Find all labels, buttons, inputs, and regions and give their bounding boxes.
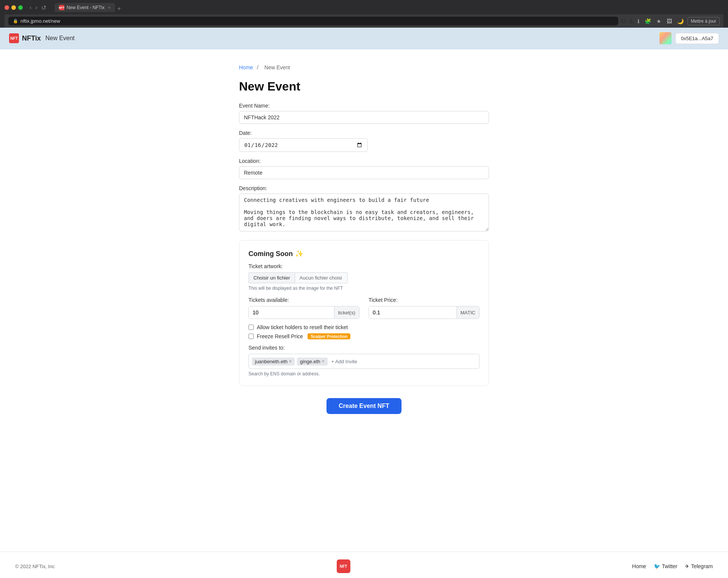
header-right: 0x5E1a...A5a7: [659, 32, 719, 44]
tab-favicon: NFT: [59, 5, 64, 10]
freeze-resell-checkbox[interactable]: [248, 334, 254, 339]
warning-icon: ⚠: [629, 18, 634, 24]
mettre-jour-btn[interactable]: Mettre à jour: [687, 17, 720, 25]
date-label: Date:: [239, 130, 489, 136]
ticket-count-suffix: ticket(s): [334, 306, 359, 319]
location-input[interactable]: [239, 166, 489, 179]
coming-soon-card: Coming Soon ✨ Ticket artwork: Choisir un…: [239, 240, 489, 386]
maximize-window-btn[interactable]: [18, 5, 23, 10]
sparkle-icon: ✨: [295, 250, 303, 258]
footer-telegram-link[interactable]: ✈ Telegram: [685, 563, 713, 569]
close-window-btn[interactable]: [5, 5, 9, 10]
browser-toolbar: 🔒 nftix.jpmo.net/new 🛡 ⚠ ℹ 🧩 ★ 🖼 🌙 Mettr…: [5, 14, 723, 28]
footer-twitter-link[interactable]: 🐦 Twitter: [654, 563, 677, 569]
create-event-nft-btn[interactable]: Create Event NFT: [327, 398, 401, 414]
breadcrumb-separator: /: [257, 64, 258, 70]
ticket-price-suffix: MATIC: [456, 306, 479, 319]
extensions-btn[interactable]: 🧩: [643, 17, 653, 25]
invite-tag-1: ginge.eth ×: [297, 358, 328, 366]
darkmode-btn[interactable]: 🌙: [676, 17, 685, 25]
date-group: Date:: [239, 130, 489, 152]
event-name-group: Event Name:: [239, 103, 489, 124]
address-url: nftix.jpmo.net/new: [20, 18, 60, 24]
allow-resell-row: Allow ticket holders to resell their tic…: [248, 324, 480, 330]
tab-bar: NFT New Event - NFTix × +: [55, 3, 723, 12]
new-tab-btn[interactable]: +: [117, 5, 121, 12]
location-label: Location:: [239, 158, 489, 164]
address-bar[interactable]: 🔒 nftix.jpmo.net/new: [8, 17, 618, 25]
ticket-price-input[interactable]: [369, 306, 456, 319]
footer-twitter-label: Twitter: [662, 563, 677, 569]
breadcrumb-current: New Event: [264, 64, 290, 70]
freeze-resell-label: Freeze Resell Price: [257, 333, 303, 339]
tickets-available-label: Tickets available:: [248, 297, 359, 303]
freeze-resell-row: Freeze Resell Price Scalper Protection: [248, 333, 480, 339]
shield-icon: 🛡: [621, 18, 626, 24]
scalper-protection-badge: Scalper Protection: [308, 333, 350, 339]
back-btn[interactable]: ‹: [29, 4, 32, 11]
breadcrumb-home-link[interactable]: Home: [239, 64, 253, 70]
browser-titlebar: ‹ › ↺ NFT New Event - NFTix × +: [5, 3, 723, 14]
send-invites-label: Send invites to:: [248, 345, 480, 351]
description-textarea[interactable]: Connecting creatives with engineers to b…: [239, 194, 489, 231]
ticket-count-input[interactable]: [249, 306, 334, 319]
forward-btn[interactable]: ›: [34, 4, 38, 11]
screenshot-btn[interactable]: 🖼: [665, 17, 673, 25]
bookmark-btn[interactable]: ★: [655, 17, 663, 25]
allow-resell-label: Allow ticket holders to resell their tic…: [257, 324, 348, 330]
remove-invite-0-btn[interactable]: ×: [289, 359, 292, 364]
invite-tag-value-0: juanbeneth.eth: [255, 359, 287, 364]
invite-tags-row[interactable]: juanbeneth.eth × ginge.eth × + Add Invit…: [248, 354, 480, 369]
footer-links: Home 🐦 Twitter ✈ Telegram: [632, 563, 713, 569]
page-title: New Event: [239, 80, 489, 94]
main-content: Home / New Event New Event Event Name: D…: [0, 49, 728, 551]
no-file-label: Aucun fichier choisi: [295, 272, 348, 283]
telegram-icon: ✈: [685, 563, 689, 569]
file-hint: This will be displayed as the image for …: [248, 286, 480, 291]
header-page-name: New Event: [45, 35, 75, 42]
wallet-avatar: [659, 32, 672, 44]
footer-home-link[interactable]: Home: [632, 563, 646, 569]
event-name-input[interactable]: [239, 111, 489, 124]
minimize-window-btn[interactable]: [11, 5, 16, 10]
browser-chrome: ‹ › ↺ NFT New Event - NFTix × + 🔒 nftix.…: [0, 0, 728, 28]
coming-soon-text: Coming Soon: [248, 250, 293, 258]
description-label: Description:: [239, 185, 489, 191]
app-logo-icon: NFT: [9, 33, 19, 43]
browser-tab[interactable]: NFT New Event - NFTix ×: [55, 3, 115, 12]
footer-copyright: © 2022 NFTix, Inc: [15, 564, 55, 569]
app-header: NFT NFTix New Event 0x5E1a...A5a7: [0, 28, 728, 49]
coming-soon-title: Coming Soon ✨: [248, 250, 480, 258]
event-name-label: Event Name:: [239, 103, 489, 109]
browser-actions: 🛡 ⚠ ℹ 🧩 ★ 🖼 🌙 Mettre à jour: [621, 17, 720, 25]
tickets-row: Tickets available: ticket(s) Ticket Pric…: [248, 297, 480, 319]
footer-logo: NFT: [337, 559, 350, 573]
traffic-lights: [5, 5, 23, 10]
invite-tag-0: juanbeneth.eth ×: [252, 358, 295, 366]
footer: © 2022 NFTix, Inc NFT Home 🐦 Twitter ✈ T…: [0, 551, 728, 578]
footer-home-label: Home: [632, 563, 646, 569]
ticket-price-label: Ticket Price:: [369, 297, 480, 303]
description-group: Description: Connecting creatives with e…: [239, 185, 489, 233]
remove-invite-1-btn[interactable]: ×: [322, 359, 325, 364]
date-input[interactable]: [239, 138, 368, 152]
form-container: Home / New Event New Event Event Name: D…: [231, 64, 497, 414]
location-group: Location:: [239, 158, 489, 179]
refresh-btn[interactable]: ↺: [41, 4, 47, 11]
lock-icon: 🔒: [13, 19, 18, 23]
tab-title: New Event - NFTix: [67, 5, 105, 10]
invite-tag-value-1: ginge.eth: [300, 359, 320, 364]
choose-file-btn[interactable]: Choisir un fichier: [248, 272, 295, 283]
allow-resell-checkbox[interactable]: [248, 325, 254, 330]
info-btn[interactable]: ℹ: [636, 17, 641, 25]
ticket-artwork-label: Ticket artwork:: [248, 263, 480, 269]
invite-hint: Search by ENS domain or address.: [248, 371, 480, 376]
browser-nav: ‹ › ↺: [29, 4, 47, 11]
add-invite-btn[interactable]: + Add Invite: [330, 358, 359, 365]
tickets-available-input-group: ticket(s): [248, 306, 359, 319]
breadcrumb: Home / New Event: [239, 64, 489, 70]
footer-telegram-label: Telegram: [691, 563, 713, 569]
ticket-price-col: Ticket Price: MATIC: [369, 297, 480, 319]
wallet-address-btn[interactable]: 0x5E1a...A5a7: [675, 33, 719, 44]
tab-close-btn[interactable]: ×: [108, 5, 110, 10]
